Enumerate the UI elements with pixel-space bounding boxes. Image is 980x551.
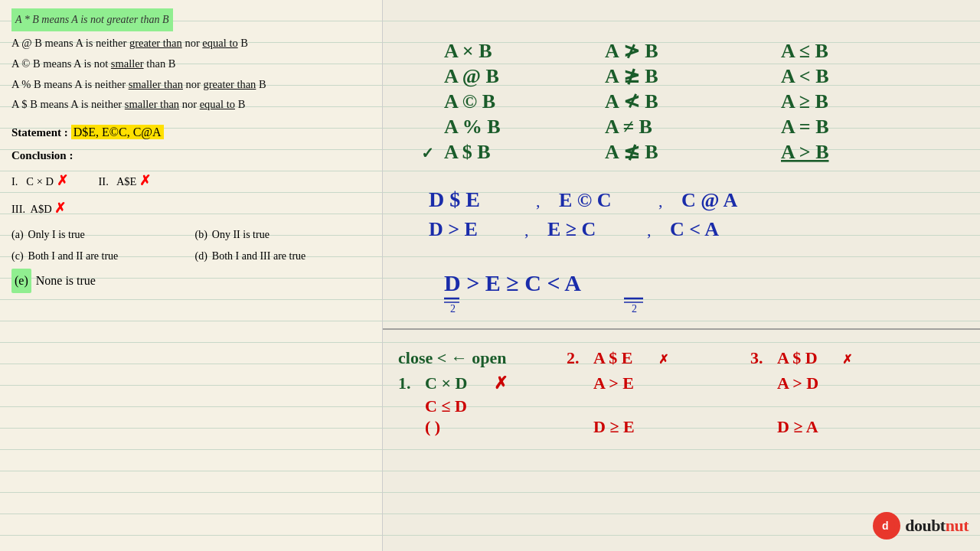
- svg-text:D > E ≥ C < A: D > E ≥ C < A: [444, 270, 581, 295]
- option-b-label: (b): [195, 225, 207, 245]
- options-grid: (a) Only I is true (b) Ony II is true (c…: [11, 225, 371, 266]
- option-b: (b) Ony II is true: [195, 225, 371, 245]
- svg-text:1.: 1.: [398, 373, 411, 393]
- svg-text:C < A: C < A: [670, 218, 719, 240]
- doubtnut-brand-icon: d: [877, 517, 896, 535]
- svg-text:D $ E: D $ E: [429, 187, 480, 211]
- option-c: (c) Both I and II are true: [11, 246, 188, 266]
- option-e-label: (e): [11, 269, 31, 293]
- svg-text:A $ D: A $ D: [777, 348, 818, 367]
- svg-text:d: d: [882, 520, 889, 532]
- svg-text:✗: ✗: [494, 373, 508, 393]
- svg-text:D ≥ A: D ≥ A: [777, 417, 818, 436]
- option-a-label: (a): [11, 225, 24, 245]
- svg-text:,: ,: [658, 191, 663, 210]
- svg-text:3.: 3.: [750, 348, 763, 367]
- svg-text:2.: 2.: [567, 348, 580, 367]
- doubtnut-icon: d: [873, 512, 900, 540]
- doubtnut-brand-accent: nut: [946, 516, 969, 535]
- option-d: (d) Both I and III are true: [195, 246, 371, 266]
- statement-line: Statement : D$E, E©C, C@A: [11, 121, 371, 144]
- svg-text:A ≥ B: A ≥ B: [781, 90, 828, 112]
- svg-text:2: 2: [450, 303, 456, 315]
- svg-text:✗: ✗: [658, 353, 668, 366]
- roman-conclusions: I. C × D ✗ II. A$E ✗ III. A$D ✗: [11, 167, 371, 222]
- option-e: (e) None is true: [11, 269, 371, 293]
- statement-label: Statement :: [11, 126, 68, 139]
- svg-text:A @ B: A @ B: [444, 65, 499, 87]
- conclusion-2: II. A$E ✗: [99, 167, 152, 194]
- def-2: A © B means A is not smaller than B: [11, 54, 371, 74]
- svg-text:✓: ✓: [421, 145, 434, 161]
- svg-text:,: ,: [524, 220, 529, 240]
- left-panel: A * B means A is not greater than B A @ …: [0, 0, 383, 551]
- right-panel: A × B A ≯ B A ≤ B A @ B A ≱ B A < B A © …: [383, 0, 980, 551]
- svg-text:A © B: A © B: [444, 90, 495, 112]
- svg-text:✗: ✗: [842, 353, 852, 366]
- conclusion-heading: Conclusion :: [11, 149, 73, 161]
- svg-text:( ): ( ): [425, 417, 440, 436]
- svg-text:A > B: A > B: [781, 141, 829, 163]
- svg-text:A ≠ B: A ≠ B: [605, 116, 652, 138]
- svg-text:A ≯ B: A ≯ B: [605, 40, 658, 62]
- svg-text:A > D: A > D: [777, 373, 818, 393]
- svg-text:A ≱ B: A ≱ B: [605, 65, 658, 87]
- def-4: A $ B means A is neither smaller than no…: [11, 94, 371, 115]
- option-c-text: Both I and II are true: [28, 246, 119, 266]
- svg-text:D > E: D > E: [429, 218, 478, 240]
- statement-value: D$E, E©C, C@A: [71, 125, 164, 139]
- conclusion-label: Conclusion :: [11, 144, 371, 167]
- svg-text:C × D: C × D: [425, 373, 467, 393]
- svg-text:E ≥ C: E ≥ C: [547, 218, 596, 240]
- roman-row-2: III. A$D ✗: [11, 194, 371, 222]
- right-svg: A × B A ≯ B A ≤ B A @ B A ≱ B A < B A © …: [383, 0, 980, 551]
- svg-text:2: 2: [632, 303, 637, 315]
- option-d-label: (d): [195, 246, 207, 266]
- svg-text:,: ,: [647, 220, 652, 240]
- text-content: A * B means A is not greater than B A @ …: [11, 8, 371, 293]
- svg-text:A $ E: A $ E: [593, 348, 632, 367]
- svg-text:close < ← open: close < ← open: [398, 348, 506, 367]
- option-a-text: Only I is true: [28, 225, 85, 245]
- def-1: A @ B means A is neither greater than no…: [11, 33, 371, 54]
- svg-text:E © C: E © C: [559, 189, 612, 211]
- svg-text:,: ,: [536, 191, 541, 210]
- svg-text:A × B: A × B: [444, 40, 492, 62]
- svg-text:A ≮ B: A ≮ B: [605, 90, 658, 112]
- main-container: A * B means A is not greater than B A @ …: [0, 0, 980, 551]
- cross-1: ✗: [57, 173, 68, 188]
- conclusion-1: I. C × D ✗: [11, 167, 68, 194]
- svg-text:A $ B: A $ B: [444, 141, 491, 163]
- cross-2: ✗: [139, 173, 151, 188]
- roman-row-1: I. C × D ✗ II. A$E ✗: [11, 167, 371, 194]
- doubtnut-text: doubtnut: [905, 516, 969, 536]
- svg-text:D ≥ E: D ≥ E: [593, 417, 635, 436]
- svg-text:A ≤ B: A ≤ B: [781, 40, 828, 62]
- doubtnut-logo: d doubtnut: [873, 512, 969, 540]
- svg-text:A = B: A = B: [781, 116, 829, 138]
- option-c-label: (c): [11, 246, 24, 266]
- option-d-text: Both I and III are true: [212, 246, 305, 266]
- option-e-text: None is true: [36, 269, 96, 292]
- top-banner: A * B means A is not greater than B: [11, 8, 173, 31]
- option-b-text: Ony II is true: [212, 225, 270, 245]
- svg-text:A ≰ B: A ≰ B: [605, 141, 658, 163]
- option-a: (a) Only I is true: [11, 225, 188, 245]
- def-3: A % B means A is neither smaller than no…: [11, 74, 371, 95]
- statement-section: Statement : D$E, E©C, C@A Conclusion :: [11, 121, 371, 167]
- svg-text:C @ A: C @ A: [681, 189, 738, 211]
- svg-text:A < B: A < B: [781, 65, 829, 87]
- svg-text:A % B: A % B: [444, 116, 501, 138]
- svg-text:C ≤ D: C ≤ D: [425, 396, 467, 416]
- svg-text:A > E: A > E: [593, 373, 634, 393]
- cross-3: ✗: [54, 201, 66, 216]
